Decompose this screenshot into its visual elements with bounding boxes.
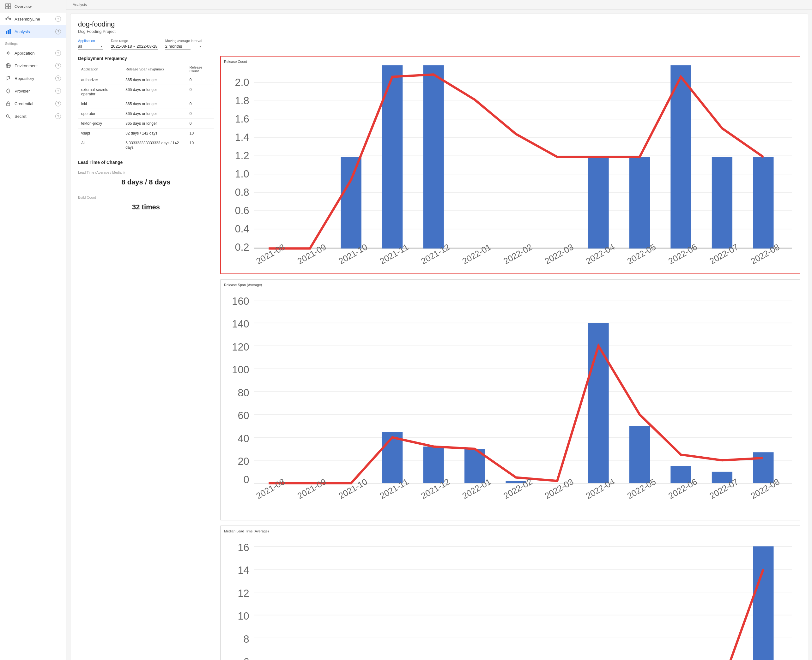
secret-icon [5,113,11,119]
svg-text:40: 40 [238,433,249,444]
svg-rect-52 [588,157,609,249]
table-row: vsapi 32 days / 142 days 10 [78,129,214,138]
release-count-chart: Release Count 2.0 1.8 1.6 1.4 1.2 1.0 0.… [220,56,800,274]
median-lead-time-svg: 16 14 12 10 8 6 4 2 0 [224,535,796,660]
table-row: loki 365 days or longer 0 [78,99,214,109]
analysis-help-icon[interactable]: ? [55,29,61,35]
filters-row: Application all Date range 2021-08-18 ~ … [78,39,800,49]
svg-rect-46 [341,157,361,249]
analysis-page: dog-fooding Dog Fooding Project Applicat… [70,14,808,660]
cell-span: 32 days / 142 days [122,129,186,138]
svg-text:12: 12 [238,587,249,599]
breadcrumb: Analysis [66,0,812,10]
cell-application: external-secrets-operator [78,85,122,99]
svg-text:0.2: 0.2 [235,241,249,253]
settings-section-label: Settings [0,38,66,47]
date-range-filter: Date range 2021-08-18 ~ 2022-08-18 [111,39,158,49]
sidebar-item-overview-label: Overview [14,4,61,9]
svg-text:16: 16 [238,542,249,553]
svg-text:80: 80 [238,387,249,398]
sidebar-item-credential[interactable]: Credential ? [0,97,66,110]
svg-line-22 [8,117,10,118]
avg-median-value: 8 days / 8 days [78,176,214,189]
svg-text:20: 20 [238,455,249,467]
provider-icon [5,88,11,94]
svg-text:2021-09: 2021-09 [296,477,328,501]
date-range-value: 2021-08-18 ~ 2022-08-18 [111,43,158,49]
svg-text:140: 140 [232,318,249,330]
left-column: Deployment Frequency Application Release… [78,56,214,660]
svg-text:2022-03: 2022-03 [543,242,575,266]
secret-help-icon[interactable]: ? [55,113,61,119]
release-span-title: Release Span (Average) [224,283,796,287]
svg-rect-11 [10,29,11,34]
provider-help-icon[interactable]: ? [55,88,61,94]
table-row: All 5.333333333333333 days / 142 days 10 [78,138,214,152]
sidebar-item-application[interactable]: Application ? [0,47,66,59]
build-count-value: 32 times [78,200,214,214]
sidebar-item-credential-label: Credential [14,102,52,106]
sidebar-item-provider[interactable]: Provider ? [0,85,66,97]
repository-help-icon[interactable]: ? [55,76,61,81]
cell-application: loki [78,99,122,109]
cell-application: All [78,138,122,152]
svg-point-6 [10,18,11,19]
svg-rect-53 [629,157,650,249]
right-column: Release Count 2.0 1.8 1.6 1.4 1.2 1.0 0.… [220,56,800,660]
avg-median-label: Lead Time (Average / Median) [78,171,214,175]
svg-point-4 [6,18,7,19]
cell-application: vsapi [78,129,122,138]
sidebar: Overview AssemblyLine ? Analysis ? Setti… [0,0,66,660]
cell-span: 365 days or longer [122,99,186,109]
table-row: operator 365 days or longer 0 [78,109,214,119]
cell-span: 365 days or longer [122,119,186,129]
application-help-icon[interactable]: ? [55,50,61,56]
cell-count: 0 [186,119,214,129]
svg-text:6: 6 [243,656,249,660]
application-select-wrapper[interactable]: all [78,43,103,49]
svg-rect-48 [423,65,444,249]
sidebar-item-analysis[interactable]: Analysis ? [0,25,66,38]
release-count-svg: 2.0 1.8 1.6 1.4 1.2 1.0 0.8 0.6 0.4 0.2 [224,65,796,271]
svg-rect-56 [753,157,774,249]
build-count-metric: Build Count 32 times [78,192,214,217]
svg-text:1.4: 1.4 [235,132,249,143]
svg-text:0.4: 0.4 [235,223,249,235]
release-span-chart: Release Span (Average) 160 140 120 100 8… [220,279,800,520]
cell-span: 5.333333333333333 days / 142 days [122,138,186,152]
cell-application: operator [78,109,122,119]
svg-text:10: 10 [238,610,249,622]
application-select[interactable]: all [78,43,103,49]
median-lead-time-chart: Median Lead Time (Average) 16 14 12 10 8… [220,525,800,660]
environment-icon [5,62,11,69]
interval-filter: Moving average interval 2 months [165,39,202,49]
svg-rect-9 [6,31,7,34]
svg-point-12 [7,52,9,54]
sidebar-item-environment[interactable]: Environment ? [0,59,66,72]
release-span-svg: 160 140 120 100 80 60 40 20 0 [224,289,796,517]
sidebar-item-provider-label: Provider [14,89,52,94]
table-row: external-secrets-operator 365 days or lo… [78,85,214,99]
sidebar-item-repository[interactable]: Repository ? [0,72,66,85]
cell-count: 10 [186,138,214,152]
sidebar-item-assemblyline-label: AssemblyLine [14,17,52,21]
sidebar-item-secret[interactable]: Secret ? [0,110,66,122]
cell-count: 0 [186,109,214,119]
cell-span: 365 days or longer [122,85,186,99]
application-filter-label: Application [78,39,103,43]
svg-text:1.0: 1.0 [235,168,249,180]
sidebar-item-assemblyline[interactable]: AssemblyLine ? [0,13,66,25]
sidebar-item-secret-label: Secret [14,114,52,119]
interval-select-wrapper[interactable]: 2 months [165,43,202,49]
svg-text:0: 0 [243,474,249,485]
col-application: Application [78,63,122,75]
environment-help-icon[interactable]: ? [55,63,61,68]
svg-text:120: 120 [232,341,249,353]
interval-select[interactable]: 2 months [165,43,191,49]
sidebar-item-repository-label: Repository [14,76,52,81]
cell-span: 365 days or longer [122,75,186,85]
svg-text:160: 160 [232,295,249,307]
sidebar-item-overview[interactable]: Overview [0,0,66,13]
assemblyline-help-icon[interactable]: ? [55,16,61,22]
credential-help-icon[interactable]: ? [55,101,61,106]
